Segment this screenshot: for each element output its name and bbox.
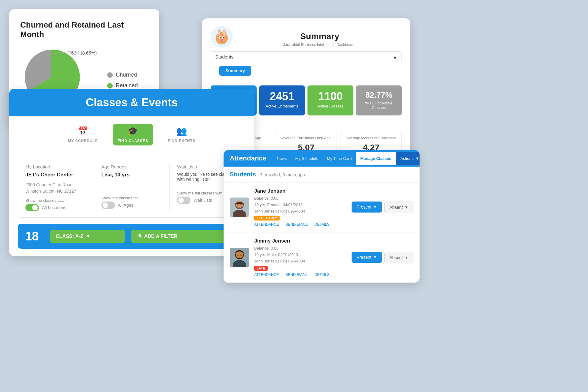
student-avatar-0: [230, 198, 249, 217]
location-all-toggle[interactable]: All Locations: [25, 204, 86, 211]
actions-label: Actions: [401, 156, 414, 161]
svg-point-6: [223, 30, 225, 36]
nav-find-events-label: FIND EVENTS: [168, 139, 195, 143]
student-badge-1: LATE: [254, 266, 268, 271]
student-links-1: ATTENDANCE | SEND EMAIL | DETAILS: [254, 273, 347, 277]
absent-label-1: Absent: [390, 255, 403, 260]
classes-nav: 📅 MY SCHEDULE 🎓 FIND CLASSES 👥 FIND EVEN…: [9, 116, 254, 150]
attendance-card: Attendance News My Schedule My Time Card…: [224, 150, 420, 283]
student-info-0: Jane Jensen Balance: 0.00 10 yrs, Female…: [254, 188, 347, 227]
location-name: JET's Cheer Center: [25, 172, 86, 178]
filter-age: Age Ranges Lisa, 10 yrs Show me classes …: [101, 164, 162, 211]
age-toggle-value: All Ages: [118, 203, 134, 208]
nav-news[interactable]: News: [273, 152, 291, 165]
stat-active-classes: 1100 Active Classes: [307, 85, 353, 115]
full-pct-label: % Full of Active Classes: [360, 101, 398, 110]
full-pct-number: 82.77%: [365, 91, 392, 99]
absent-button-1[interactable]: Absent ▼: [384, 252, 413, 263]
stat-full-pct: 82.77% % Full of Active Classes: [356, 85, 402, 115]
manage-classes-label: Manage Classes: [360, 156, 391, 161]
location-toggle[interactable]: [25, 204, 39, 211]
link-details-0[interactable]: DETAILS: [315, 222, 330, 227]
present-button-1[interactable]: Present ▼: [352, 252, 382, 263]
location-toggle-row: Show me classes at...: [25, 198, 86, 203]
age-toggle-label-row: Show me classes for...: [101, 196, 162, 200]
student-contact-0: John Jensen (704) 895-4034: [254, 208, 347, 215]
filter-label: ADD A FILTER: [144, 234, 177, 239]
student-detail-0: 10 yrs, Female, 04/01/2013: [254, 202, 347, 208]
age-toggle[interactable]: [101, 202, 115, 209]
student-detail-1: 10 yrs, Male, 04/01/2013: [254, 252, 347, 258]
students-dropdown[interactable]: Students ▲: [211, 51, 402, 62]
student-name-0: Jane Jensen: [254, 188, 347, 194]
svg-point-11: [221, 37, 221, 38]
age-value: Lisa, 10 yrs: [101, 172, 162, 178]
chevron-icon: ▼: [405, 255, 408, 260]
female-avatar-icon: [230, 198, 249, 217]
absent-button-0[interactable]: Absent ▼: [384, 202, 413, 213]
svg-point-10: [223, 37, 224, 39]
active-classes-number: 1100: [318, 91, 343, 102]
news-label: News: [277, 156, 287, 161]
student-contact-1: John Jensen (704) 895-4034: [254, 258, 347, 265]
student-badge-0: LEFT EARLY: [254, 216, 280, 221]
chevron-down-icon: ▲: [393, 54, 397, 59]
stat-active-enrollments: 2451 Active Enrollments: [259, 85, 305, 115]
active-enrollments-label: Active Enrollments: [266, 104, 299, 108]
nav-my-schedule[interactable]: My Schedule: [291, 152, 322, 165]
absent-label-0: Absent: [390, 205, 403, 210]
summary-tab[interactable]: Summary: [219, 66, 251, 76]
retained-label: Retained: [116, 82, 138, 89]
enroll-label-1: Average Enrollment Drop Age: [281, 136, 332, 140]
nav-my-schedule[interactable]: 📅 MY SCHEDULE: [63, 124, 103, 145]
actions-button[interactable]: Actions ▼: [396, 152, 420, 165]
waitlist-toggle[interactable]: [177, 197, 190, 204]
present-button-0[interactable]: Present ▼: [352, 202, 382, 213]
legend-retained: Retained: [107, 82, 138, 89]
nav-find-events[interactable]: 👥 FIND EVENTS: [163, 124, 200, 145]
nav-time-card[interactable]: My Time Card: [322, 152, 356, 165]
student-balance-1: Balance: 0.00: [254, 245, 347, 252]
find-events-icon: 👥: [176, 126, 187, 136]
students-heading: Students: [230, 171, 256, 178]
svg-point-12: [224, 37, 224, 38]
nav-find-classes[interactable]: 🎓 FIND CLASSES: [113, 124, 153, 145]
student-name-1: Jimmy Jensen: [254, 238, 347, 244]
pie-percentage-label: 63K (8.65%): [64, 50, 97, 55]
filter-location: My Location JET's Cheer Center 2300 Coun…: [25, 164, 86, 211]
results-count: 18: [25, 229, 43, 243]
nav-schedule-label: MY SCHEDULE: [68, 139, 98, 143]
attendance-nav: News My Schedule My Time Card Manage Cla…: [273, 152, 396, 165]
classes-body: My Location JET's Cheer Center 2300 Coun…: [9, 150, 254, 256]
svg-point-25: [240, 254, 242, 256]
churned-title: Churned and Retained Last Month: [20, 20, 148, 39]
link-details-1[interactable]: DETAILS: [315, 273, 330, 277]
location-toggle-value: All Locations: [42, 205, 66, 210]
present-label-0: Present: [356, 205, 371, 209]
nav-find-classes-label: FIND CLASSES: [118, 139, 148, 143]
students-count: 3 enrolled, 0 makeups: [260, 172, 305, 177]
chevron-down-icon: ▼: [86, 234, 91, 239]
student-avatar-1: [230, 248, 249, 267]
attendance-buttons-0: Present ▼ Absent ▼: [352, 202, 413, 213]
link-email-1[interactable]: SEND EMAIL: [285, 273, 308, 277]
age-toggle-label: Show me classes for...: [101, 196, 141, 200]
nav-manage-classes[interactable]: Manage Classes: [356, 152, 395, 165]
svg-point-2: [216, 32, 228, 44]
filter-row: My Location JET's Cheer Center 2300 Coun…: [18, 158, 246, 218]
location-title: My Location: [25, 164, 86, 169]
chevron-icon: ▼: [373, 255, 377, 259]
link-attendance-1[interactable]: ATTENDANCE: [254, 273, 279, 277]
bunny-icon: [213, 28, 231, 46]
svg-point-13: [221, 39, 223, 41]
location-address: 2300 Country Club RoadWinston-Salem, NC …: [25, 182, 86, 194]
age-all-toggle[interactable]: All Ages: [101, 202, 162, 209]
sort-button[interactable]: CLASS: A-Z ▼: [50, 230, 125, 243]
link-attendance-0[interactable]: ATTENDANCE: [254, 222, 279, 227]
student-info-1: Jimmy Jensen Balance: 0.00 10 yrs, Male,…: [254, 238, 347, 277]
filter-button[interactable]: ⚗ ADD A FILTER: [131, 230, 238, 243]
students-dropdown-label: Students: [215, 54, 233, 59]
link-email-0[interactable]: SEND EMAIL: [285, 222, 308, 227]
classes-header: Classes & Events: [9, 89, 254, 116]
attendance-title: Attendance: [224, 150, 273, 167]
